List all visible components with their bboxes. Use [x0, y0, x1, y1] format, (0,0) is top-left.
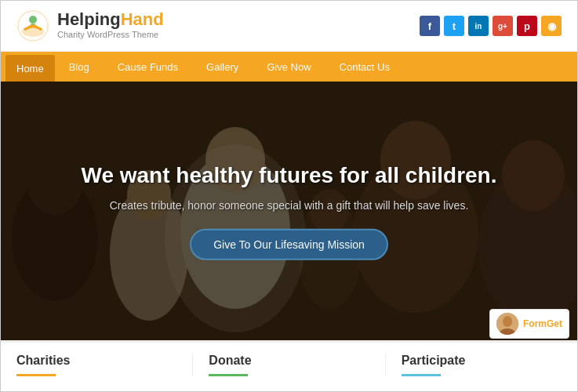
donate-title: Donate [209, 354, 369, 368]
logo: HelpingHand Charity WordPress Theme [16, 9, 164, 42]
hero-cta-button[interactable]: Give To Our Lifesaving Mission [190, 229, 388, 260]
formget-label: FormGet [523, 318, 562, 329]
nav-item-cause-funds[interactable]: Cause Funds [104, 52, 192, 82]
nav-item-gallery[interactable]: Gallery [192, 52, 253, 82]
rss-icon[interactable]: ◉ [541, 16, 562, 36]
nav-item-home[interactable]: Home [5, 55, 55, 82]
donate-bar [209, 374, 248, 376]
facebook-icon[interactable]: f [420, 16, 440, 36]
hero-content: We want healthy futures for all children… [59, 162, 520, 260]
nav-item-contact-us[interactable]: Contact Us [325, 52, 404, 82]
linkedin-icon[interactable]: in [468, 16, 489, 36]
logo-title-part1: Helping [57, 9, 121, 29]
charities-column: Charities [1, 354, 193, 376]
charities-bar [16, 374, 56, 376]
logo-subtitle: Charity WordPress Theme [57, 30, 164, 40]
participate-bar [402, 374, 441, 376]
donate-column: Donate [193, 354, 385, 376]
participate-column: Participate [386, 354, 577, 376]
formget-avatar [496, 313, 518, 335]
logo-text: HelpingHand Charity WordPress Theme [57, 11, 164, 40]
googleplus-icon[interactable]: g+ [493, 16, 513, 36]
bottom-sections: Charities Donate Participate [1, 340, 577, 392]
twitter-icon[interactable]: t [444, 16, 464, 36]
header: HelpingHand Charity WordPress Theme f t … [1, 1, 577, 52]
logo-title-part2: Hand [121, 9, 164, 29]
logo-icon [16, 9, 49, 42]
hero-section: We want healthy futures for all children… [1, 82, 577, 340]
formget-badge[interactable]: FormGet [489, 309, 569, 339]
hero-subtitle: Creates tribute, honor someone special w… [59, 199, 520, 212]
social-icons: f t in g+ p ◉ [420, 16, 562, 36]
hero-title: We want healthy futures for all children… [59, 162, 520, 190]
navbar: Home Blog Cause Funds Gallery Give Now C… [1, 52, 577, 82]
nav-item-give-now[interactable]: Give Now [253, 52, 325, 82]
svg-point-1 [29, 16, 37, 24]
nav-item-blog[interactable]: Blog [55, 52, 104, 82]
participate-title: Participate [402, 354, 562, 368]
charities-title: Charities [16, 354, 176, 368]
svg-point-19 [503, 316, 512, 327]
pinterest-icon[interactable]: p [517, 16, 537, 36]
